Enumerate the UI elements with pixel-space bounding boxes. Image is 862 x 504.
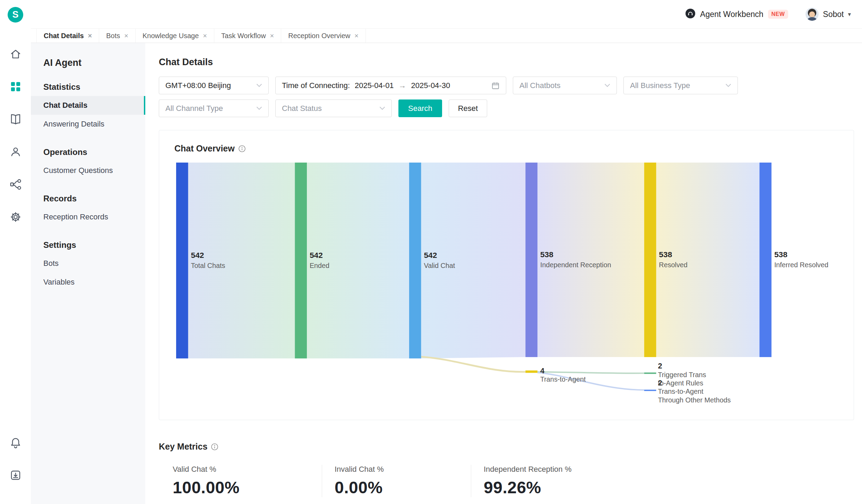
sankey-branch-label: Trans-to-Agent [540, 375, 586, 383]
sankey-node-value: 542 [310, 251, 323, 260]
settings-gear-icon[interactable] [9, 210, 22, 224]
sobot-logo[interactable]: S [8, 7, 23, 23]
sankey-node [176, 163, 188, 358]
user-menu[interactable]: Sobot ▾ [805, 8, 851, 21]
tab-label: Task Workflow [221, 32, 266, 40]
sankey-node-label: Ended [310, 262, 329, 269]
info-icon[interactable] [238, 145, 246, 153]
date-range-label: Time of Connecting: [282, 81, 350, 90]
sankey-node-label: Valid Chat [424, 262, 455, 269]
metric-value: 100.00% [173, 478, 311, 497]
close-icon[interactable]: × [354, 32, 359, 39]
app-root: S [0, 0, 862, 504]
tab-label: Knowledge Usage [143, 32, 199, 40]
chat-overview-sankey-chart: 542Total Chats542Ended542Valid Chat538In… [174, 163, 836, 405]
tab-task-workflow[interactable]: Task Workflow × [214, 29, 281, 43]
sankey-branch-value: 4 [540, 366, 544, 375]
customer-icon[interactable] [9, 145, 22, 158]
date-range-picker[interactable]: Time of Connecting: 2025-04-01 → 2025-04… [275, 77, 506, 94]
key-metrics-section: Key Metrics Valid Chat % 100.00% Invalid… [159, 442, 854, 497]
metric-independent-reception: Independent Reception % 99.26% [471, 465, 582, 497]
sidebar-group-operations: Operations [43, 147, 133, 157]
close-icon[interactable]: × [124, 32, 128, 39]
tab-chat-details[interactable]: Chat Details × [36, 29, 99, 43]
close-icon[interactable]: × [88, 32, 92, 39]
business-type-value: All Business Type [630, 81, 690, 90]
download-tray-icon[interactable] [9, 469, 22, 482]
sidebar-group-settings: Settings [43, 240, 133, 250]
sankey-node-label: Independent Reception [540, 261, 611, 269]
metric-value: 99.26% [484, 478, 571, 497]
sankey-node [295, 163, 307, 358]
close-icon[interactable]: × [203, 32, 207, 39]
sankey-branch-label: Triggered Trans [658, 371, 706, 379]
key-metrics-row: Valid Chat % 100.00% Invalid Chat % 0.00… [159, 465, 854, 497]
sankey-flow [421, 163, 526, 358]
timezone-value: GMT+08:00 Beijing [165, 81, 231, 90]
business-type-select[interactable]: All Business Type [623, 77, 738, 94]
reset-button[interactable]: Reset [449, 99, 487, 117]
workflow-icon[interactable] [9, 178, 22, 191]
chevron-down-icon [379, 106, 385, 110]
sidebar-group-statistics: Statistics [43, 82, 133, 92]
sidebar-item-chat-details[interactable]: Chat Details [31, 96, 145, 115]
sidebar-group-records: Records [43, 194, 133, 203]
date-from-value: 2025-04-01 [355, 81, 394, 90]
agent-workbench-link[interactable]: Agent Workbench NEW [685, 8, 788, 20]
tab-bar: Chat Details × Bots × Knowledge Usage × … [31, 28, 862, 43]
sankey-node [759, 163, 772, 357]
sankey-node [409, 163, 421, 358]
sankey-node-label: Inferred Resolved [774, 261, 828, 269]
key-metrics-title-row: Key Metrics [159, 442, 854, 452]
metric-label: Independent Reception % [484, 465, 571, 474]
chat-status-select[interactable]: Chat Status [275, 99, 392, 117]
sankey-branch-value: 2 [658, 379, 662, 387]
close-icon[interactable]: × [270, 32, 274, 39]
sidebar-item-bots[interactable]: Bots [31, 254, 145, 273]
sankey-node-value: 542 [191, 251, 204, 260]
sankey-branch-label: to-Agent Rules [658, 379, 703, 387]
sankey-flow [537, 163, 644, 357]
metric-valid-chat: Valid Chat % 100.00% [173, 465, 322, 497]
sidebar-item-answering-details[interactable]: Answering Details [31, 115, 145, 133]
chevron-down-icon [256, 84, 262, 87]
date-to-value: 2025-04-30 [411, 81, 450, 90]
search-button[interactable]: Search [398, 99, 442, 117]
page-title: Chat Details [159, 57, 854, 68]
sankey-branch-node [644, 390, 656, 391]
tab-knowledge-usage[interactable]: Knowledge Usage × [136, 29, 214, 43]
sankey-node-value: 538 [659, 250, 672, 259]
sankey-branch-node [525, 371, 537, 373]
chatbots-select[interactable]: All Chatbots [513, 77, 617, 94]
notification-bell-icon[interactable] [9, 436, 22, 449]
chatbots-value: All Chatbots [519, 81, 561, 90]
tab-bots[interactable]: Bots × [99, 29, 136, 43]
chat-overview-card: Chat Overview 542Total Chats542Ended542V… [159, 130, 854, 420]
chevron-down-icon: ▾ [848, 11, 851, 18]
apps-grid-icon[interactable] [9, 80, 22, 93]
chat-overview-title-row: Chat Overview [174, 144, 838, 154]
tab-reception-overview[interactable]: Reception Overview × [281, 29, 366, 43]
sidebar-item-reception-records[interactable]: Reception Records [31, 208, 145, 226]
filter-row-2: All Channel Type Chat Status Search Rese… [159, 99, 854, 117]
sidebar-item-variables[interactable]: Variables [31, 273, 145, 292]
channel-type-select[interactable]: All Channel Type [159, 99, 269, 117]
sidebar-item-customer-questions[interactable]: Customer Questions [31, 161, 145, 180]
rail-icon-group [9, 38, 22, 233]
knowledge-book-icon[interactable] [9, 113, 22, 126]
avatar [805, 8, 819, 21]
sidebar-title: AI Agent [43, 58, 133, 68]
sankey-node [644, 163, 656, 357]
metric-invalid-chat: Invalid Chat % 0.00% [322, 465, 471, 497]
home-icon[interactable] [9, 47, 22, 61]
timezone-select[interactable]: GMT+08:00 Beijing [159, 77, 269, 94]
info-icon[interactable] [211, 443, 218, 451]
sidebar: AI Agent Statistics Chat Details Answeri… [31, 43, 145, 504]
channel-type-value: All Channel Type [165, 104, 223, 113]
sankey-branch-value: 2 [658, 362, 662, 370]
main-content: Chat Details GMT+08:00 Beijing Time of C… [145, 43, 862, 504]
key-metrics-title: Key Metrics [159, 442, 207, 452]
chat-status-value: Chat Status [282, 104, 322, 113]
tab-label: Chat Details [44, 32, 84, 40]
top-header: Agent Workbench NEW Sobot ▾ [31, 0, 862, 28]
